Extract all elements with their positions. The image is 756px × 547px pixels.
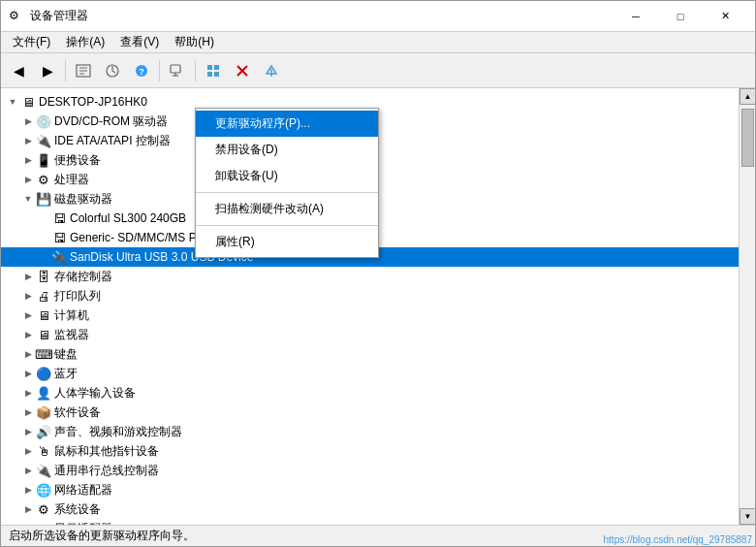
tree-toggle[interactable]: ▶	[20, 521, 36, 525]
tree-toggle[interactable]: ▶	[20, 133, 36, 148]
tree-toggle[interactable]	[36, 230, 51, 245]
svg-rect-13	[214, 72, 219, 77]
tree-toggle[interactable]: ▶	[20, 443, 36, 459]
tree-icon-display: 🖥	[36, 521, 51, 525]
svg-rect-10	[207, 65, 212, 70]
tree-label: 显示适配器	[54, 521, 112, 526]
forward-button[interactable]: ▶	[34, 57, 61, 84]
tree-toggle[interactable]: ▶	[20, 404, 36, 420]
tree-item-human[interactable]: ▶ 👤 人体学输入设备	[1, 383, 739, 402]
menu-bar: 文件(F) 操作(A) 查看(V) 帮助(H)	[1, 32, 755, 53]
tree-icon-monitor: 🖥	[36, 327, 51, 342]
tree-item-bluetooth[interactable]: ▶ 🔵 蓝牙	[1, 364, 739, 383]
tree-toggle[interactable]: ▶	[20, 424, 36, 439]
scroll-track[interactable]	[740, 105, 755, 508]
svg-rect-11	[214, 65, 219, 70]
tree-toggle[interactable]: ▶	[20, 482, 36, 498]
tree-item-print[interactable]: ▶ 🖨 打印队列	[1, 286, 739, 306]
uninstall-button[interactable]	[229, 57, 256, 84]
tree-toggle[interactable]: ▶	[20, 307, 36, 323]
tree-label: 声音、视频和游戏控制器	[54, 424, 182, 440]
menu-file[interactable]: 文件(F)	[5, 32, 58, 52]
tree-toggle[interactable]: ▼	[20, 191, 36, 207]
tree-item-system[interactable]: ▶ ⚙ 系统设备	[1, 499, 739, 519]
tree-toggle[interactable]	[36, 249, 51, 265]
toolbar: ◀ ▶ ?	[1, 53, 755, 88]
close-button[interactable]: ✕	[703, 1, 747, 32]
tree-icon-controller: 🔌	[36, 133, 51, 148]
status-bar: 启动所选设备的更新驱动程序向导。 https://blog.csdn.net/q…	[1, 525, 755, 546]
context-menu-separator	[196, 225, 378, 226]
tree-item-audio[interactable]: ▶ 🔊 声音、视频和游戏控制器	[1, 422, 739, 441]
tree-toggle[interactable]: ▶	[20, 501, 36, 517]
tree-item-keyboard[interactable]: ▶ ⌨ 键盘	[1, 344, 739, 364]
vertical-scrollbar[interactable]: ▲ ▼	[739, 88, 755, 525]
scroll-down-button[interactable]: ▼	[740, 508, 755, 525]
display-devices-button[interactable]	[164, 57, 191, 84]
tree-item-mouse[interactable]: ▶ 🖱 鼠标和其他指针设备	[1, 441, 739, 461]
context-menu-item-uninstall[interactable]: 卸载设备(U)	[196, 163, 378, 189]
update-driver-button[interactable]	[99, 57, 126, 84]
tree-item-com[interactable]: ▶ 🔌 通用串行总线控制器	[1, 461, 739, 480]
tree-label: 通用串行总线控制器	[54, 463, 159, 479]
tree-toggle[interactable]: ▶	[20, 269, 36, 284]
tree-toggle[interactable]: ▶	[20, 288, 36, 304]
window-controls: ─ □ ✕	[614, 1, 747, 32]
device-mgr-icon-button[interactable]	[200, 57, 227, 84]
minimize-button[interactable]: ─	[614, 1, 658, 32]
menu-view[interactable]: 查看(V)	[112, 32, 167, 52]
tree-label: IDE ATA/ATAPI 控制器	[54, 133, 171, 149]
tree-item-software[interactable]: ▶ 📦 软件设备	[1, 402, 739, 422]
scan-button[interactable]	[258, 57, 285, 84]
tree-item-computer[interactable]: ▶ 🖥 计算机	[1, 306, 739, 325]
tree-toggle[interactable]: ▶	[20, 113, 36, 129]
status-text: 启动所选设备的更新驱动程序向导。	[9, 528, 195, 544]
tree-item-storage[interactable]: ▶ 🗄 存储控制器	[1, 267, 739, 286]
context-menu-item-disable[interactable]: 禁用设备(D)	[196, 137, 378, 163]
context-menu-item-update[interactable]: 更新驱动程序(P)...	[196, 111, 378, 137]
tree-label: 键盘	[54, 346, 78, 363]
tree-item-display[interactable]: ▶ 🖥 显示适配器	[1, 519, 739, 525]
help-button[interactable]: ?	[128, 57, 155, 84]
tree-icon-usb2: 🔌	[36, 463, 51, 478]
context-menu: 更新驱动程序(P)...禁用设备(D)卸载设备(U)扫描检测硬件改动(A)属性(…	[195, 108, 379, 258]
tree-label: Colorful SL300 240GB	[70, 211, 186, 225]
scroll-up-button[interactable]: ▲	[740, 88, 755, 105]
tree-label: 磁盘驱动器	[54, 191, 112, 208]
tree-label: 蓝牙	[54, 366, 78, 382]
watermark: https://blog.csdn.net/qq_29785887	[604, 534, 752, 545]
tree-label: 打印队列	[54, 288, 101, 305]
tree-toggle[interactable]: ▶	[20, 172, 36, 187]
tree-toggle[interactable]: ▶	[20, 366, 36, 381]
tree-icon-audio: 🔊	[36, 424, 51, 439]
scroll-thumb[interactable]	[741, 109, 754, 167]
svg-rect-7	[171, 65, 180, 73]
menu-help[interactable]: 帮助(H)	[167, 32, 222, 52]
svg-text:?: ?	[139, 67, 144, 77]
tree-icon-hdd: 🖫	[51, 230, 67, 245]
maximize-button[interactable]: □	[658, 1, 703, 32]
properties-button[interactable]	[70, 57, 97, 84]
tree-toggle[interactable]: ▶	[20, 327, 36, 342]
tree-icon-computer: 🖥	[20, 94, 36, 110]
tree-toggle[interactable]: ▶	[20, 463, 36, 478]
tree-label: 监视器	[54, 327, 89, 343]
tree-icon-bluetooth: 🔵	[36, 366, 51, 381]
device-manager-window: ⚙ 设备管理器 ─ □ ✕ 文件(F) 操作(A) 查看(V) 帮助(H) ◀ …	[0, 0, 756, 547]
tree-toggle[interactable]: ▼	[5, 94, 20, 110]
tree-toggle[interactable]: ▶	[20, 152, 36, 168]
context-menu-item-props[interactable]: 属性(R)	[196, 229, 378, 255]
menu-action[interactable]: 操作(A)	[58, 32, 112, 52]
tree-item-network[interactable]: ▶ 🌐 网络适配器	[1, 480, 739, 499]
tree-item-monitor[interactable]: ▶ 🖥 监视器	[1, 325, 739, 344]
tree-icon-disk: 💾	[36, 191, 51, 207]
context-menu-item-scan[interactable]: 扫描检测硬件改动(A)	[196, 196, 378, 222]
tree-label: 网络适配器	[54, 482, 112, 499]
tree-icon-network: 🌐	[36, 482, 51, 498]
tree-toggle[interactable]: ▶	[20, 385, 36, 401]
tree-toggle[interactable]	[36, 210, 51, 226]
context-menu-separator	[196, 192, 378, 193]
back-button[interactable]: ◀	[5, 57, 32, 84]
svg-rect-12	[207, 72, 212, 77]
tree-icon-system: ⚙	[36, 501, 51, 517]
